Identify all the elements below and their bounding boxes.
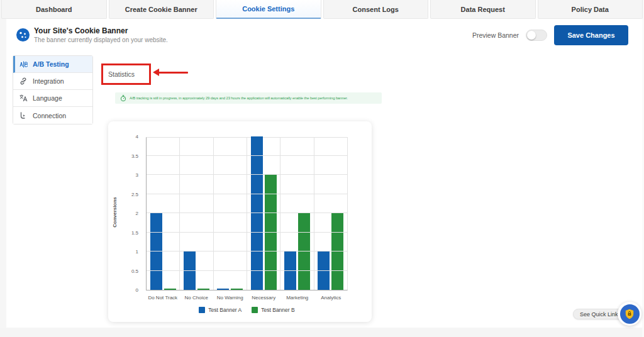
bar	[298, 213, 310, 290]
bar-group	[247, 138, 280, 290]
cookie-settings-page: Dashboard Create Cookie Banner Cookie Se…	[0, 0, 644, 337]
bar	[331, 213, 343, 290]
bar	[265, 175, 277, 290]
chart-legend: Test Banner ATest Banner B	[146, 307, 348, 313]
x-tick-label: Necessary	[247, 295, 281, 301]
bar	[184, 251, 196, 290]
tab-data-request[interactable]: Data Request	[430, 0, 536, 19]
tab-create-cookie-banner[interactable]: Create Cookie Banner	[109, 0, 214, 19]
toggle-knob	[527, 31, 536, 40]
gridline	[147, 251, 347, 251]
x-tick-label: No Warning	[213, 295, 247, 301]
bar	[217, 289, 229, 290]
y-tick-label: 1.5	[131, 230, 138, 236]
left-edge-strip	[0, 0, 6, 337]
tab-dashboard[interactable]: Dashboard	[1, 0, 107, 19]
y-tick-label: 3.5	[131, 153, 138, 159]
ab-tracking-notice: A/B tracking is still in progress, in ap…	[115, 92, 382, 104]
y-tick-label: 4	[136, 134, 138, 140]
legend-name: Test Banner A	[208, 307, 242, 313]
statistics-section-title: Statistics	[108, 70, 135, 78]
quick-links-button[interactable]	[618, 302, 641, 326]
sidebar-item-language[interactable]: Language	[13, 90, 92, 107]
chart-plot	[146, 137, 348, 290]
tab-consent-logs[interactable]: Consent Logs	[323, 0, 429, 19]
timer-icon	[120, 95, 126, 102]
top-tab-bar: Dashboard Create Cookie Banner Cookie Se…	[1, 0, 643, 19]
bar	[197, 289, 209, 290]
see-quick-links-text: See Quick Links	[580, 311, 621, 318]
ab-testing-icon	[19, 61, 28, 68]
y-tick-label: 0	[136, 287, 138, 293]
y-tick-label: 2	[136, 211, 138, 216]
page-subtitle: The banner currently displayed on your w…	[34, 36, 168, 43]
bar	[231, 289, 243, 290]
legend-swatch	[252, 307, 258, 313]
legend-item[interactable]: Test Banner A	[199, 307, 242, 313]
bar-group	[214, 138, 247, 290]
header-actions: Preview Banner Save Changes	[472, 25, 628, 45]
sidebar-item-integration[interactable]: Integration	[13, 73, 92, 90]
x-axis-labels: Do Not TrackNo ChoiceNo WarningNecessary…	[146, 295, 348, 301]
gridline	[147, 174, 347, 175]
gridline	[147, 232, 347, 233]
bar-group	[280, 138, 314, 290]
y-tick-label: 3	[136, 172, 138, 178]
translate-icon	[19, 94, 28, 102]
bar	[318, 251, 330, 290]
y-axis-label: Conversions	[112, 181, 118, 244]
x-tick-label: Analytics	[314, 295, 348, 301]
x-tick-label: Do Not Track	[146, 295, 180, 301]
sidebar-item-label: A/B Testing	[33, 60, 69, 68]
cookie-icon	[16, 28, 30, 45]
sidebar-item-label: Integration	[33, 77, 64, 85]
ab-tracking-notice-text: A/B tracking is still in progress, in ap…	[130, 96, 348, 100]
save-changes-button[interactable]: Save Changes	[554, 25, 628, 45]
gridline	[147, 270, 347, 271]
y-tick-label: 1	[136, 249, 138, 255]
y-axis-ticks: 00.511.522.533.54	[122, 137, 142, 290]
shield-lock-icon	[620, 304, 640, 324]
preview-banner-label: Preview Banner	[472, 31, 519, 39]
connection-icon	[19, 112, 28, 119]
annotation-arrow-head	[153, 69, 159, 76]
bar-group	[180, 138, 213, 290]
legend-name: Test Banner B	[261, 307, 294, 313]
x-tick-label: Marketing	[280, 295, 314, 301]
tab-cookie-settings[interactable]: Cookie Settings	[216, 0, 321, 19]
y-tick-label: 2.5	[131, 192, 138, 197]
gridline	[147, 155, 347, 156]
bar	[251, 136, 263, 290]
tab-policy-data[interactable]: Policy Data	[538, 0, 643, 19]
settings-sidebar: A/B Testing Integration Language	[13, 55, 93, 124]
sidebar-item-ab-testing[interactable]: A/B Testing	[13, 56, 92, 73]
preview-banner-toggle[interactable]	[526, 30, 547, 41]
sidebar-item-label: Connection	[33, 112, 66, 119]
bar	[150, 213, 162, 290]
bar-group	[314, 138, 347, 290]
bottom-edge-strip	[0, 328, 644, 337]
gridline	[147, 213, 347, 213]
annotation-arrow	[158, 72, 188, 74]
bar-group	[147, 138, 180, 290]
legend-swatch	[199, 307, 205, 313]
x-tick-label: No Choice	[180, 295, 214, 301]
sidebar-item-connection[interactable]: Connection	[13, 107, 92, 124]
sidebar-item-label: Language	[33, 94, 62, 102]
bar	[164, 289, 176, 290]
bar	[284, 251, 296, 290]
legend-item[interactable]: Test Banner B	[252, 307, 294, 313]
statistics-chart-card: Conversions 00.511.522.533.54 Do Not Tra…	[108, 121, 372, 322]
statistics-section-highlight: Statistics	[101, 64, 151, 85]
y-tick-label: 0.5	[131, 268, 138, 274]
link-icon	[19, 77, 28, 85]
page-title: Your Site's Cookie Banner	[34, 26, 128, 35]
gridline	[147, 194, 347, 194]
